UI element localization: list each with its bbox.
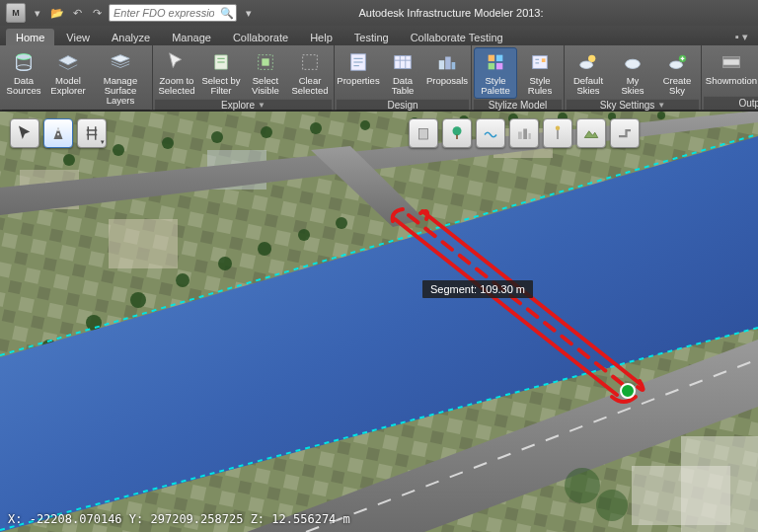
cursor-icon: [164, 50, 190, 74]
fdo-expression-input[interactable]: [110, 7, 218, 19]
svg-rect-68: [419, 129, 428, 140]
title-bar: M ▾ 📂 ↶ ↷ 🔍 ▾ Autodesk Infrastructure Mo…: [0, 0, 758, 26]
open-icon[interactable]: 📂: [49, 5, 65, 21]
viewport-left-toolbar: ▾: [10, 118, 107, 148]
cloud-sun-icon: [575, 50, 601, 74]
svg-point-51: [657, 112, 665, 119]
tab-collaborate-testing[interactable]: Collaborate Testing: [401, 29, 513, 45]
proposals-icon: [434, 50, 460, 74]
water-tool-button[interactable]: [476, 118, 505, 148]
clear-selected-button[interactable]: Clear Selected: [288, 47, 332, 99]
fdo-expression-box[interactable]: 🔍: [109, 4, 237, 22]
svg-rect-5: [303, 55, 318, 70]
svg-rect-11: [489, 55, 494, 61]
city-tool-button[interactable]: [509, 118, 539, 148]
terrain-tool-button[interactable]: [576, 118, 606, 148]
chevron-down-icon: ▼: [258, 101, 265, 110]
surface-layers-button[interactable]: Manage Surface Layers: [91, 47, 150, 109]
tab-collaborate[interactable]: Collaborate: [223, 29, 298, 45]
style-rules-button[interactable]: Style Rules: [518, 47, 562, 99]
svg-point-69: [453, 126, 462, 135]
film-icon: [719, 50, 744, 74]
pipeline-tool-button[interactable]: [610, 118, 640, 148]
tab-testing[interactable]: Testing: [344, 29, 399, 45]
panel-design: Properties Data Table Proposals Design: [335, 45, 472, 110]
svg-point-20: [670, 61, 683, 68]
chevron-down-icon: ▼: [657, 101, 665, 110]
svg-rect-70: [456, 135, 458, 140]
cloud-icon: [620, 50, 645, 74]
svg-point-39: [63, 154, 75, 166]
zoom-to-selected-button[interactable]: Zoom to Selected: [155, 47, 198, 99]
svg-rect-13: [489, 63, 494, 69]
svg-rect-7: [395, 56, 412, 69]
svg-point-17: [588, 55, 595, 62]
svg-point-75: [556, 126, 561, 131]
undo-icon[interactable]: ↶: [69, 5, 85, 21]
scene-canvas: [0, 111, 758, 532]
showmotion-button[interactable]: Showmotion: [704, 47, 758, 89]
svg-point-42: [211, 131, 223, 143]
segment-tooltip: Segment: 109.30 m: [422, 280, 533, 298]
svg-rect-16: [542, 58, 546, 62]
tab-view[interactable]: View: [56, 29, 100, 45]
default-skies-button[interactable]: Default Skies: [567, 47, 610, 99]
svg-rect-12: [496, 55, 502, 61]
tab-manage[interactable]: Manage: [162, 29, 221, 45]
panel-label-explore[interactable]: Explore▼: [155, 99, 332, 111]
svg-point-43: [261, 126, 272, 138]
road-tool-button[interactable]: ▾: [43, 118, 73, 148]
properties-button[interactable]: Properties: [337, 47, 380, 89]
chevron-down-icon[interactable]: ▾: [30, 5, 45, 21]
ribbon-collapse-icon[interactable]: ▪ ▾: [731, 29, 752, 45]
data-sources-button[interactable]: Data Sources: [2, 47, 45, 99]
segment-tooltip-value: 109.30 m: [480, 283, 525, 295]
svg-rect-9: [445, 57, 451, 70]
furniture-tool-button[interactable]: [543, 118, 572, 148]
tab-help[interactable]: Help: [300, 29, 342, 45]
tab-home[interactable]: Home: [6, 29, 54, 45]
search-icon[interactable]: 🔍: [218, 7, 236, 20]
rules-icon: [527, 50, 553, 74]
tab-analyze[interactable]: Analyze: [102, 29, 160, 45]
svg-point-67: [596, 490, 628, 521]
viewport-right-toolbar: [409, 118, 640, 148]
panel-label-stylize: Stylize Model: [474, 99, 562, 111]
select-by-filter-button[interactable]: Select by Filter: [199, 47, 243, 99]
tree-tool-button[interactable]: [442, 118, 472, 148]
ribbon: Data Sources Model Explorer Manage Surfa…: [0, 45, 758, 111]
panel-label-design: Design: [337, 99, 469, 111]
create-sky-button[interactable]: Create Sky: [655, 47, 699, 99]
panel-import: Data Sources Model Explorer Manage Surfa…: [0, 45, 153, 110]
panel-label-sky[interactable]: Sky Settings▼: [567, 99, 699, 111]
svg-rect-73: [529, 133, 531, 139]
model-explorer-button[interactable]: Model Explorer: [46, 47, 90, 99]
select-visible-icon: [253, 50, 278, 74]
svg-rect-35: [109, 219, 178, 268]
svg-point-57: [258, 242, 271, 256]
redo-icon[interactable]: ↷: [89, 5, 105, 21]
select-visible-button[interactable]: Select Visible: [244, 47, 287, 99]
panel-stylize: Style Palette Style Rules Stylize Model: [472, 45, 565, 110]
chevron-down-icon: ▾: [101, 138, 105, 146]
data-table-button[interactable]: Data Table: [381, 47, 424, 99]
svg-point-59: [336, 217, 347, 229]
proposals-button[interactable]: Proposals: [425, 47, 469, 89]
svg-point-40: [113, 144, 124, 156]
viewport-3d[interactable]: ▾ Segment: 109.30 m X: -22208.070146 Y: …: [0, 111, 758, 532]
svg-point-44: [310, 122, 322, 134]
style-palette-button[interactable]: Style Palette: [474, 47, 517, 99]
table-icon: [390, 50, 416, 74]
building-tool-button[interactable]: [409, 118, 438, 148]
filter-icon: [208, 50, 234, 74]
select-tool-button[interactable]: [10, 118, 39, 148]
svg-point-53: [86, 315, 102, 331]
panel-output: Showmotion Snapshot Output: [702, 45, 758, 110]
svg-rect-71: [518, 132, 522, 140]
svg-rect-8: [439, 60, 445, 69]
panel-explore: Zoom to Selected Select by Filter Select…: [153, 45, 335, 110]
app-logo[interactable]: M: [6, 3, 26, 23]
layers-icon: [55, 50, 81, 74]
qat-dropdown-icon[interactable]: ▾: [241, 5, 257, 21]
my-skies-button[interactable]: My Skies: [611, 47, 654, 99]
